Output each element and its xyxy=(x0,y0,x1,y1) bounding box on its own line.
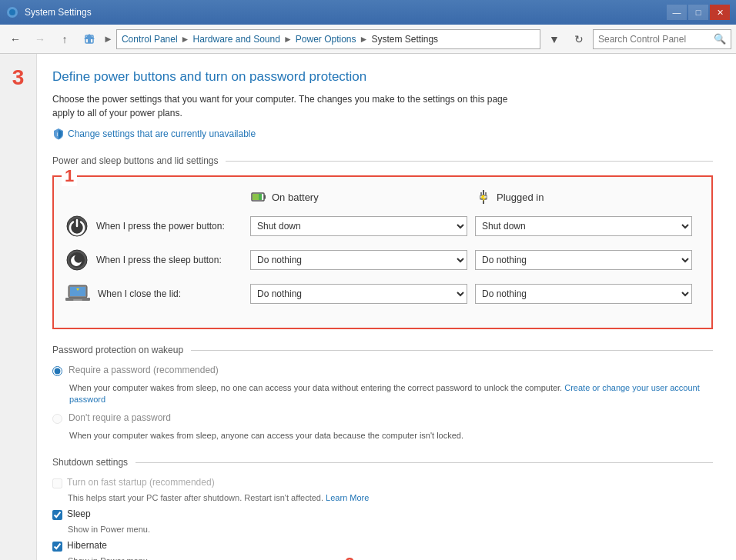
close-button[interactable]: ✕ xyxy=(710,5,730,20)
back-button[interactable]: ← xyxy=(5,28,26,50)
breadcrumb: Control Panel ► Hardware and Sound ► Pow… xyxy=(116,29,540,49)
no-password-radio[interactable] xyxy=(52,414,62,424)
sleep-shutdown-item: Sleep xyxy=(52,508,713,520)
breadcrumb-current: System Settings xyxy=(371,34,438,45)
window-title: System Settings xyxy=(25,7,92,18)
power-battery-select[interactable]: Shut down Do nothing Sleep Hibernate xyxy=(250,216,467,236)
no-password-label: Don't require a password xyxy=(69,412,171,423)
power-button-row: When I press the power button: Shut down… xyxy=(65,215,700,238)
require-password-radio[interactable] xyxy=(52,366,62,376)
up-button[interactable]: ↑ xyxy=(54,28,75,50)
breadcrumb-power[interactable]: Power Options xyxy=(296,34,356,45)
page-description: Choose the power settings that you want … xyxy=(52,92,514,120)
battery-label: On battery xyxy=(272,192,319,203)
breadcrumb-control-panel[interactable]: Control Panel xyxy=(122,34,178,45)
maximize-button[interactable]: □ xyxy=(688,5,708,20)
app-icon xyxy=(6,6,18,18)
fast-startup-label: Turn on fast startup (recommended) xyxy=(67,477,215,488)
left-sidebar: 3 xyxy=(0,54,37,560)
page-title: Define power buttons and turn on passwor… xyxy=(52,69,713,85)
password-section: Require a password (recommended) When yo… xyxy=(52,365,713,442)
require-password-option: Require a password (recommended) xyxy=(52,365,713,376)
power-button-icon xyxy=(65,215,89,238)
shutdown-section: Turn on fast startup (recommended) This … xyxy=(52,477,713,560)
refresh-button[interactable]: ↻ xyxy=(568,28,590,50)
sleep-checkbox[interactable] xyxy=(52,510,62,520)
minimize-button[interactable]: — xyxy=(667,5,687,20)
home-button[interactable] xyxy=(79,28,100,50)
main-container: 3 Define power buttons and turn on passw… xyxy=(0,54,736,560)
sleep-button-icon xyxy=(65,248,89,272)
breadcrumb-sep: ► xyxy=(103,33,113,45)
svg-point-1 xyxy=(9,9,15,15)
fast-startup-checkbox[interactable] xyxy=(52,478,62,488)
svg-rect-7 xyxy=(264,195,266,199)
lid-row-label: When I close the lid: xyxy=(98,288,181,299)
change-settings-link[interactable]: i Change settings that are currently una… xyxy=(52,128,713,140)
learn-more-link[interactable]: Learn More xyxy=(326,493,369,502)
forward-button[interactable]: → xyxy=(29,28,51,50)
hibernate-label: Hibernate xyxy=(67,540,107,551)
plug-icon xyxy=(475,188,492,205)
address-bar: ← → ↑ ► Control Panel ► Hardware and Sou… xyxy=(0,25,736,54)
dropdown-button[interactable]: ▼ xyxy=(544,28,565,50)
battery-column-header: On battery xyxy=(250,188,475,205)
annotation-3: 3 xyxy=(12,65,25,90)
lid-row: When I close the lid: Do nothing Sleep H… xyxy=(65,282,700,305)
sleep-plugged-select[interactable]: Do nothing Sleep Hibernate Shut down xyxy=(475,250,692,270)
breadcrumb-hardware[interactable]: Hardware and Sound xyxy=(192,34,279,45)
search-box: 🔍 xyxy=(593,29,731,49)
section2-label: Password protection on wakeup xyxy=(52,345,183,355)
require-password-desc: When your computer wakes from sleep, no … xyxy=(69,382,713,406)
content-area: Define power buttons and turn on passwor… xyxy=(37,54,736,560)
hibernate-item: Hibernate xyxy=(52,540,713,552)
power-table: On battery xyxy=(65,188,700,305)
section1-divider: Power and sleep buttons and lid settings xyxy=(52,155,713,166)
section3-divider: Shutdown settings xyxy=(52,457,713,468)
svg-rect-3 xyxy=(88,39,91,43)
power-row-label: When I press the power button: xyxy=(96,221,225,232)
lid-icon xyxy=(65,282,90,305)
no-password-desc: When your computer wakes from sleep, any… xyxy=(69,430,713,442)
create-password-link[interactable]: Create or change your user account passw… xyxy=(69,383,700,404)
fast-startup-item: Turn on fast startup (recommended) xyxy=(52,477,713,488)
plugged-column-header: Plugged in xyxy=(475,188,700,205)
search-button[interactable]: 🔍 xyxy=(714,33,726,45)
sleep-shutdown-label: Sleep xyxy=(67,508,91,519)
window-controls: — □ ✕ xyxy=(667,5,730,20)
power-table-header: On battery xyxy=(65,188,700,205)
change-link-text: Change settings that are currently unava… xyxy=(68,128,256,139)
sleep-shutdown-desc: Show in Power menu. xyxy=(68,525,713,534)
sleep-button-row: When I press the sleep button: Do nothin… xyxy=(65,248,700,272)
svg-rect-23 xyxy=(73,299,82,301)
search-input[interactable] xyxy=(598,34,714,45)
require-password-label: Require a password (recommended) xyxy=(69,365,219,375)
svg-rect-21 xyxy=(70,287,85,296)
divider-line xyxy=(226,161,713,162)
plugged-label: Plugged in xyxy=(497,192,544,203)
title-bar-left: System Settings xyxy=(6,6,92,18)
annotation-1: 1 xyxy=(62,166,77,186)
section1-label: Power and sleep buttons and lid settings xyxy=(52,155,218,166)
shield-icon: i xyxy=(52,128,65,140)
title-bar: System Settings — □ ✕ xyxy=(0,0,736,25)
sleep-battery-select[interactable]: Do nothing Sleep Hibernate Shut down xyxy=(250,250,467,270)
section3-label: Shutdown settings xyxy=(52,457,128,468)
lid-battery-select[interactable]: Do nothing Sleep Hibernate Shut down xyxy=(250,284,467,304)
power-settings-box: 1 On battery xyxy=(52,175,713,329)
lid-plugged-select[interactable]: Do nothing Sleep Hibernate Shut down xyxy=(475,284,692,304)
fast-startup-desc: This helps start your PC faster after sh… xyxy=(68,493,713,502)
hibernate-checkbox[interactable] xyxy=(52,542,62,552)
section2-divider: Password protection on wakeup xyxy=(52,345,713,355)
no-password-option: Don't require a password xyxy=(52,412,713,424)
sleep-row-label: When I press the sleep button: xyxy=(96,255,222,265)
power-plugged-select[interactable]: Shut down Do nothing Sleep Hibernate xyxy=(475,216,692,236)
svg-rect-9 xyxy=(253,194,259,200)
annotation-2: 2 xyxy=(345,554,354,560)
battery-icon xyxy=(250,188,267,205)
hibernate-desc: Show in Power menu. xyxy=(68,556,713,560)
